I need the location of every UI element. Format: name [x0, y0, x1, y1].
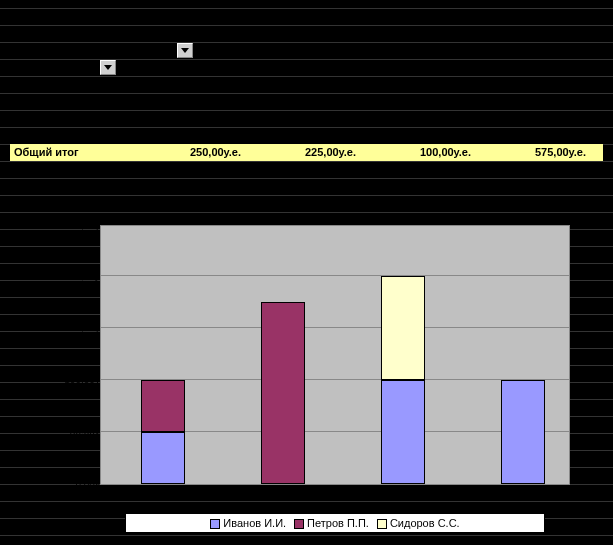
sum-label: Сумма, у.е. [10, 42, 120, 59]
table-row: Финики 100,00у.е. 100,00у.е. [10, 127, 603, 144]
gridline [101, 327, 569, 328]
legend-item-ivanov: Иванов И.И. [210, 517, 286, 529]
cell-value: 50,00у.е. [245, 76, 360, 93]
cell-value: 100,00у.е. [120, 110, 245, 127]
subtitle: Суммарный доход от продаж менеджеров [10, 25, 603, 42]
manager-label: Менеджер [124, 42, 177, 59]
bar-ivanov [501, 380, 545, 484]
cell-value: 100,00у.е. [360, 110, 475, 127]
bar-ivanov [381, 380, 425, 484]
cell-value: 100,00у.е. [475, 76, 590, 93]
swatch-icon [210, 519, 220, 529]
table-row: Мандарин 175,00у.е. 175,00у.е. [10, 93, 603, 110]
cell-value: 200,00у.е. [475, 110, 590, 127]
plot-area [100, 225, 570, 485]
row-label: Лимон [10, 76, 120, 93]
cell-value: 175,00у.е. [245, 93, 360, 110]
col-m3: Сидоров С.С. [360, 59, 475, 76]
col-total: Общий итог [475, 59, 590, 76]
legend-item-petrov: Петров П.П. [294, 517, 369, 529]
grand-total-row: Общий итог 250,00у.е. 225,00у.е. 100,00у… [10, 144, 603, 161]
pivot-table: Фирма "Сладкая Жизнь" Суммарный доход от… [10, 8, 603, 161]
col-m2: Петров П.П. [245, 59, 360, 76]
grand-v1: 250,00у.е. [120, 144, 245, 161]
goods-dropdown[interactable] [100, 60, 116, 75]
col-m1: Иванов И.И. [120, 59, 245, 76]
swatch-icon [294, 519, 304, 529]
legend: Иванов И.И. Петров П.П. Сидоров С.С. [125, 513, 545, 533]
column-headers: Товар Иванов И.И. Петров П.П. Сидоров С.… [10, 59, 603, 76]
bar-sidorov [381, 276, 425, 380]
xtick-lemon: Лимон [75, 490, 165, 501]
bar-ivanov [141, 432, 185, 484]
cell-value: 100,00у.е. [120, 127, 245, 144]
swatch-icon [377, 519, 387, 529]
company-title: Фирма "Сладкая Жизнь" [10, 8, 603, 25]
row-label: Финики [10, 127, 120, 144]
grand-v3: 100,00у.е. [360, 144, 475, 161]
grand-label: Общий итог [10, 144, 120, 161]
row-label: Мандарин [10, 93, 120, 110]
xtick-pomelo: Помело [315, 490, 405, 501]
grand-v2: 225,00у.е. [245, 144, 360, 161]
xtick-mandarin: Мандарин [195, 490, 285, 501]
xtick-finiki: Финики [435, 490, 525, 501]
bar-petrov [261, 302, 305, 484]
cell-value: 50,00у.е. [120, 76, 245, 93]
row-label: Помело [10, 110, 120, 127]
filter-row: Сумма, у.е. Менеджер [10, 42, 603, 59]
manager-dropdown[interactable] [177, 43, 193, 58]
spreadsheet-container: Фирма "Сладкая Жизнь" Суммарный доход от… [0, 0, 613, 545]
bar-petrov [141, 380, 185, 432]
chart: Менеджеры-товары 0,00у.е. 50,00у.е. 100,… [45, 195, 585, 535]
gridline [101, 275, 569, 276]
goods-header: Товар [14, 59, 46, 76]
cell-value: 100,00у.е. [475, 127, 590, 144]
grand-vt: 575,00у.е. [475, 144, 590, 161]
cell-value: 175,00у.е. [475, 93, 590, 110]
chart-title: Менеджеры-товары [45, 195, 585, 209]
legend-item-sidorov: Сидоров С.С. [377, 517, 460, 529]
table-row: Помело 100,00у.е. 100,00у.е. 200,00у.е. [10, 110, 603, 127]
table-row: Лимон 50,00у.е. 50,00у.е. 100,00у.е. [10, 76, 603, 93]
